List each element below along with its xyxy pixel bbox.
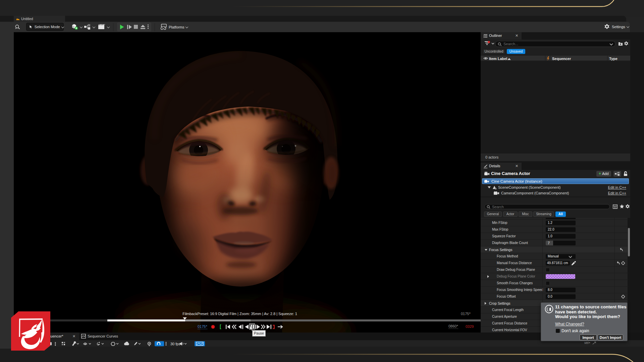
svg-text:30 fps: 30 fps bbox=[170, 342, 180, 346]
